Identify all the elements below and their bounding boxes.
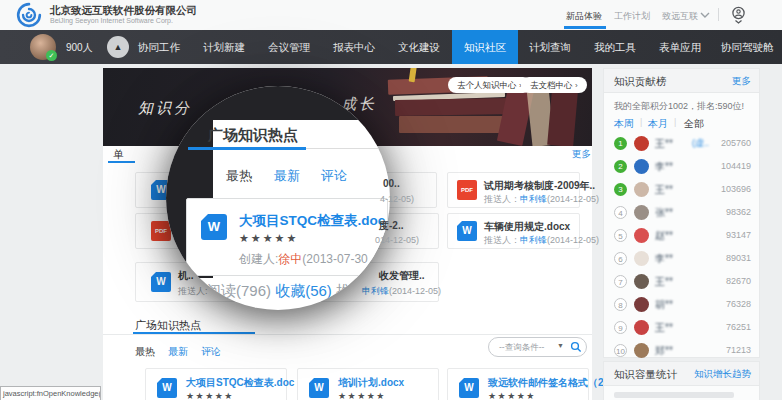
a8-circle-icon[interactable]: ▲ [107, 36, 129, 58]
creator-name[interactable]: 徐中 [278, 252, 302, 266]
rank-badge: 4 [614, 206, 627, 219]
card-title-fragment[interactable]: 度-2.. [379, 219, 403, 233]
rank-name[interactable]: 王** [655, 137, 673, 151]
rank-tab-week[interactable]: 本周 [614, 117, 634, 131]
hot-section-border [103, 334, 592, 335]
card-title-fragment[interactable]: 收发管理.. [379, 269, 425, 283]
query-placeholder: --查询条件-- [499, 342, 544, 354]
toplink-seeyon[interactable]: 致远互联 [662, 10, 698, 23]
contribution-more-link[interactable]: 更多 [732, 75, 751, 88]
magnified-tab-hottest[interactable]: 最热 [226, 167, 252, 185]
nav-item-reports[interactable]: 报表中心 [333, 41, 375, 55]
query-filter-select[interactable]: --查询条件-- ▼ [488, 337, 587, 357]
rank-name[interactable]: 张** [655, 206, 673, 220]
magnified-tab-comments[interactable]: 评论 [321, 167, 347, 185]
card-title[interactable]: 试用期考核制度-2009年.. [484, 179, 595, 193]
card-title[interactable]: 车辆使用规定.docx [484, 220, 570, 234]
nav-item-knowledge-active[interactable]: 知识社区 [452, 30, 518, 64]
rank-row[interactable]: 9 王** 76251 [604, 317, 759, 339]
magnified-doc-title[interactable]: 大项目STQC检查表.doc [239, 212, 385, 230]
rank-score: 104419 [721, 161, 751, 171]
rank-row[interactable]: 1 王** (虚.. 205760 [604, 133, 759, 155]
rank-row[interactable]: 3 王** 103696 [604, 179, 759, 201]
knowledge-card[interactable]: W 车辆使用规定.docx 推送人：申利锋(2014-12-05) [447, 213, 580, 249]
card-meta-fragment: 4-12-05) [380, 194, 414, 204]
magnified-tab-underline [188, 147, 306, 150]
word-file-icon: W [457, 221, 477, 241]
doc-title[interactable]: 大项目STQC检查表.doc [186, 376, 294, 390]
nav-item-my-tools[interactable]: 我的工具 [594, 41, 636, 55]
rank-row[interactable]: 8 胡** 76328 [604, 294, 759, 316]
chevron-down-icon[interactable]: ▼ [557, 342, 564, 349]
online-check-icon: ✓ [46, 50, 57, 61]
rating-stars: ★★★★★ [239, 232, 298, 245]
plaza-more-link[interactable]: 更多 [572, 148, 591, 161]
capacity-header: 知识容量统计 知识增长趋势 [604, 362, 759, 386]
magnified-tab-newest[interactable]: 最新 [274, 167, 300, 185]
rank-row[interactable]: 2 李** 104419 [604, 156, 759, 178]
fav-count[interactable]: 收藏(56) [275, 282, 332, 299]
rank-name[interactable]: 胡** [655, 298, 673, 312]
word-file-icon: W [459, 378, 479, 398]
card-title-fragment[interactable]: 机.. [178, 269, 194, 283]
browser-status-tooltip: javascript:fnOpenKnowledge('17158') [0, 386, 101, 400]
personal-knowledge-button[interactable]: 去个人知识中心 › [448, 77, 531, 93]
profile-pin-icon[interactable] [730, 6, 747, 24]
rank-row[interactable]: 4 张** 98362 [604, 202, 759, 224]
rank-name[interactable]: 王** [655, 275, 673, 289]
hot-doc-card[interactable]: W 致远软件邮件签名格式（20... ★★★★★ [447, 368, 589, 400]
nav-item-culture[interactable]: 文化建设 [398, 41, 440, 55]
doc-title[interactable]: 培训计划.docx [338, 376, 404, 390]
rank-name[interactable]: 李** [655, 252, 673, 266]
nav-item-forms[interactable]: 表单应用 [659, 41, 701, 55]
nav-item-plan-new[interactable]: 计划新建 [203, 41, 245, 55]
nav-item-plan-query[interactable]: 计划查询 [529, 41, 571, 55]
rank-row[interactable]: 6 李** 89031 [604, 248, 759, 270]
rank-row[interactable]: 10 郑** 71213 [604, 340, 759, 362]
pusher-name[interactable]: 申利锋 [520, 235, 547, 245]
rank-name[interactable]: 郑** [655, 344, 673, 358]
rank-row[interactable]: 5 赵** 93147 [604, 225, 759, 247]
rank-tab-all[interactable]: 全部 [684, 117, 704, 131]
toplink-new-experience[interactable]: 新品体验 [566, 10, 602, 23]
company-name: 北京致远互联软件股份有限公司 [50, 4, 197, 18]
rank-name[interactable]: 王** [655, 183, 673, 197]
tab-separator: | [674, 117, 676, 127]
nav-item-cockpit[interactable]: 协同驾驶舱 [721, 41, 774, 55]
my-score-line: 我的全部积分1002，排名:590位! [614, 100, 744, 113]
hot-doc-card[interactable]: W 大项目STQC检查表.doc ★★★★★ [145, 368, 287, 400]
tab-separator: | [640, 117, 642, 127]
doc-center-button[interactable]: 去文档中心 › [521, 77, 587, 93]
chevron-down-icon[interactable] [700, 12, 710, 19]
hot-doc-card[interactable]: W 培训计划.docx ★★★★★ [297, 368, 439, 400]
rank-row[interactable]: 7 王** 82670 [604, 271, 759, 293]
banner-slogan-left: 知识分 [138, 99, 192, 118]
search-icon[interactable] [570, 341, 582, 353]
doc-title[interactable]: 致远软件邮件签名格式（20... [488, 376, 617, 390]
growth-trend-link[interactable]: 知识增长趋势 [694, 368, 751, 381]
card-meta: 推送人：申利锋(2014-12-05) [484, 193, 599, 206]
avatar [634, 136, 649, 151]
pusher-name[interactable]: 申利锋 [520, 194, 547, 204]
avatar [634, 343, 649, 358]
nav-item-meetings[interactable]: 会议管理 [268, 41, 310, 55]
card-title-fragment[interactable]: 00.. [383, 178, 400, 189]
hot-tab-comments[interactable]: 评论 [201, 345, 221, 359]
nav-item-collaboration[interactable]: 协同工作 [138, 41, 180, 55]
rank-name[interactable]: 李** [655, 160, 673, 174]
rank-name[interactable]: 王** [655, 321, 673, 335]
avatar [634, 274, 649, 289]
rank-name[interactable]: 赵** [655, 229, 673, 243]
member-count[interactable]: 900人 [66, 41, 93, 55]
knowledge-card[interactable]: PDF 试用期考核制度-2009年.. 推送人：申利锋(2014-12-05) [447, 172, 580, 208]
capacity-title: 知识容量统计 [614, 368, 677, 382]
rank-tab-month[interactable]: 本月 [648, 117, 668, 131]
hot-tab-newest[interactable]: 最新 [168, 345, 188, 359]
magnified-doc-card[interactable]: W 大项目STQC检查表.doc ★★★★★ 创建人:徐中(2013-07-30 [186, 198, 388, 276]
hot-tab-hottest[interactable]: 最热 [135, 345, 155, 359]
toplink-work-plan[interactable]: 工作计划 [614, 10, 650, 23]
rank-badge: 5 [614, 229, 627, 242]
plaza-tab-fragment[interactable]: 单 [113, 148, 124, 162]
hot-section-title[interactable]: 广场知识热点 [135, 318, 201, 333]
pusher-name[interactable]: 申利锋 [362, 286, 389, 296]
